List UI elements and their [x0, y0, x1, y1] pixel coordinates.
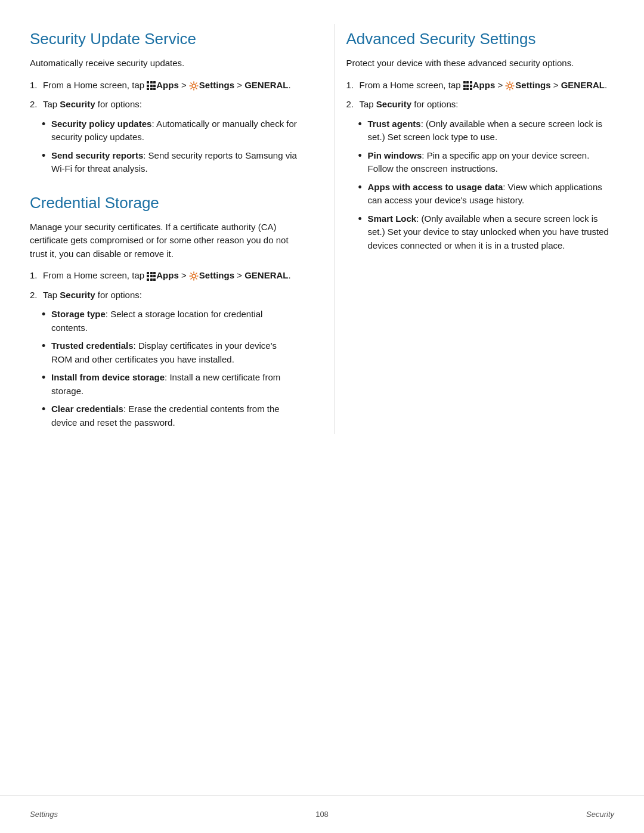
bullet-list-advanced-security: • Trust agents: (Only available when a s…	[358, 117, 615, 253]
bullet-text: Smart Lock: (Only available when a secur…	[368, 212, 615, 253]
step-list-advanced-security: 1. From a Home screen, tap Apps > Settin…	[346, 79, 615, 112]
bullet-dot: •	[358, 149, 368, 176]
bullet-item: • Trust agents: (Only available when a s…	[358, 117, 615, 144]
bullet-item: • Security policy updates: Automatically…	[42, 117, 298, 144]
step-list-credential-storage: 1. From a Home screen, tap Apps > Settin…	[30, 269, 298, 302]
apps-icon	[147, 272, 156, 281]
apps-label: Apps	[156, 80, 179, 90]
settings-label: Settings	[199, 270, 234, 280]
bullet-text: Clear credentials: Erase the credential …	[51, 402, 298, 429]
bullet-text: Trusted credentials: Display certificate…	[51, 339, 298, 366]
bullet-dot: •	[42, 371, 51, 398]
section-title-credential-storage: Credential Storage	[30, 194, 298, 212]
section-intro-advanced-security: Protect your device with these advanced …	[346, 57, 615, 70]
bullet-dot: •	[358, 212, 368, 253]
bullet-item: • Trusted credentials: Display certifica…	[42, 339, 298, 366]
bullet-text: Trust agents: (Only available when a sec…	[368, 117, 615, 144]
step-list-security-update: 1. From a Home screen, tap Apps > Settin…	[30, 79, 298, 112]
section-intro-security-update: Automatically receive security updates.	[30, 57, 298, 70]
bullet-list-security-update: • Security policy updates: Automatically…	[42, 117, 298, 176]
step-number: 2.	[30, 289, 43, 302]
bullet-item: • Install from device storage: Install a…	[42, 371, 298, 398]
svg-point-0	[192, 84, 196, 88]
step-content: Tap Security for options:	[43, 289, 142, 302]
bullet-item: • Storage type: Select a storage locatio…	[42, 308, 298, 335]
settings-icon	[189, 271, 199, 281]
step-item: 2. Tap Security for options:	[30, 98, 298, 112]
bullet-text: Pin windows: Pin a specific app on your …	[368, 149, 615, 176]
page-footer: Settings 108 Security	[0, 795, 644, 833]
section-security-update-service: Security Update Service Automatically re…	[30, 30, 298, 176]
left-column: Security Update Service Automatically re…	[30, 24, 310, 434]
svg-point-2	[508, 84, 512, 88]
bullet-item: • Apps with access to usage data: View w…	[358, 181, 615, 208]
bullet-dot: •	[42, 117, 51, 144]
step-item: 1. From a Home screen, tap Apps > Settin…	[30, 269, 298, 283]
general-label: GENERAL	[561, 80, 605, 90]
settings-label: Settings	[199, 80, 234, 90]
settings-label: Settings	[515, 80, 550, 90]
bullet-dot: •	[42, 149, 51, 176]
bullet-text: Security policy updates: Automatically o…	[51, 117, 298, 144]
step-content: Tap Security for options:	[360, 98, 459, 112]
settings-icon	[505, 81, 515, 91]
step-content: From a Home screen, tap Apps > Settings …	[43, 79, 291, 92]
step-item: 1. From a Home screen, tap Apps > Settin…	[30, 79, 298, 92]
general-label: GENERAL	[244, 270, 288, 280]
step-content: From a Home screen, tap Apps > Settings …	[360, 79, 608, 92]
bullet-item: • Pin windows: Pin a specific app on you…	[358, 149, 615, 176]
step-number: 1.	[30, 269, 43, 283]
section-title-advanced-security: Advanced Security Settings	[346, 30, 615, 48]
footer-page-number: 108	[315, 810, 329, 819]
bullet-text: Storage type: Select a storage location …	[51, 308, 298, 335]
bullet-list-credential-storage: • Storage type: Select a storage locatio…	[42, 308, 298, 429]
bullet-dot: •	[358, 117, 368, 144]
right-column: Advanced Security Settings Protect your …	[334, 24, 615, 434]
security-bold: Security	[60, 99, 95, 109]
settings-icon	[189, 81, 199, 91]
section-title-security-update: Security Update Service	[30, 30, 298, 48]
footer-right-text: Security	[586, 810, 614, 819]
bullet-text: Install from device storage: Install a n…	[51, 371, 298, 398]
svg-point-1	[192, 274, 196, 278]
step-number: 2.	[30, 98, 43, 112]
section-advanced-security: Advanced Security Settings Protect your …	[346, 30, 615, 252]
section-credential-storage: Credential Storage Manage your security …	[30, 194, 298, 430]
bullet-text: Send security reports: Send security rep…	[51, 149, 298, 176]
bullet-dot: •	[358, 181, 368, 208]
step-item: 1. From a Home screen, tap Apps > Settin…	[346, 79, 615, 92]
apps-label: Apps	[156, 270, 179, 280]
bullet-dot: •	[42, 308, 51, 335]
step-item: 2. Tap Security for options:	[346, 98, 615, 112]
bullet-dot: •	[42, 339, 51, 366]
step-item: 2. Tap Security for options:	[30, 289, 298, 302]
bullet-dot: •	[42, 402, 51, 429]
apps-label: Apps	[473, 80, 496, 90]
section-intro-credential-storage: Manage your security certificates. If a …	[30, 221, 298, 261]
footer-left-text: Settings	[30, 810, 58, 819]
bullet-item: • Clear credentials: Erase the credentia…	[42, 402, 298, 429]
bullet-text: Apps with access to usage data: View whi…	[368, 181, 615, 208]
step-number: 2.	[346, 98, 360, 112]
apps-icon	[147, 81, 156, 90]
bullet-item: • Send security reports: Send security r…	[42, 149, 298, 176]
step-number: 1.	[30, 79, 43, 92]
general-label: GENERAL	[244, 80, 288, 90]
step-content: Tap Security for options:	[43, 98, 142, 112]
security-bold: Security	[60, 290, 95, 300]
step-content: From a Home screen, tap Apps > Settings …	[43, 269, 291, 283]
step-number: 1.	[346, 79, 360, 92]
security-bold: Security	[376, 99, 411, 109]
bullet-item: • Smart Lock: (Only available when a sec…	[358, 212, 615, 253]
apps-icon	[463, 81, 472, 90]
